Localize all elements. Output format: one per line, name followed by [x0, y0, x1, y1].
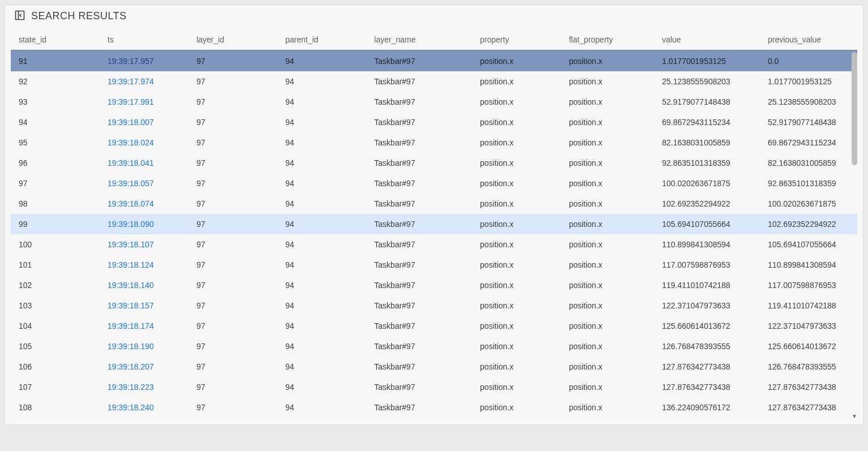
table-row[interactable]: 10319:39:18.1579794Taskbar#97position.xp… [11, 295, 857, 316]
cell-layer_id: 97 [188, 255, 277, 275]
ts-link[interactable]: 19:39:18.107 [108, 240, 154, 249]
table-row[interactable]: 9519:39:18.0249794Taskbar#97position.xpo… [11, 132, 857, 153]
cell-property: position.x [472, 316, 561, 336]
cell-state_id: 94 [11, 112, 100, 132]
cell-previous_value: 127.876342773438 [760, 377, 857, 397]
cell-layer_name: Taskbar#97 [366, 50, 472, 71]
cell-layer_name: Taskbar#97 [366, 356, 472, 377]
cell-flat_property: position.x [561, 153, 654, 173]
cell-previous_value: 105.694107055664 [760, 234, 857, 255]
cell-layer_id: 97 [188, 214, 277, 234]
col-parent_id[interactable]: parent_id [277, 29, 366, 50]
col-flat_property[interactable]: flat_property [561, 29, 654, 50]
scrollbar-thumb[interactable] [852, 52, 857, 165]
cell-flat_property: position.x [561, 336, 654, 356]
table-row[interactable]: 10419:39:18.1749794Taskbar#97position.xp… [11, 316, 857, 336]
ts-link[interactable]: 19:39:17.957 [108, 57, 154, 66]
cell-parent_id: 94 [277, 255, 366, 275]
ts-link[interactable]: 19:39:18.157 [108, 301, 154, 310]
cell-value: 122.371047973633 [654, 295, 760, 316]
cell-flat_property: position.x [561, 356, 654, 377]
col-previous_value[interactable]: previous_value [760, 29, 857, 50]
ts-link[interactable]: 19:39:18.240 [108, 403, 154, 412]
scrollbar-down-arrow[interactable]: ▼ [850, 412, 858, 420]
ts-link[interactable]: 19:39:17.991 [108, 97, 154, 106]
table-row[interactable]: 10719:39:18.2239794Taskbar#97position.xp… [11, 377, 857, 397]
cell-layer_id: 97 [188, 336, 277, 356]
table-row[interactable]: 10019:39:18.1079794Taskbar#97position.xp… [11, 234, 857, 255]
table-row[interactable]: 9619:39:18.0419794Taskbar#97position.xpo… [11, 153, 857, 173]
cell-parent_id: 94 [277, 295, 366, 316]
cell-flat_property: position.x [561, 112, 654, 132]
table-row[interactable]: 9319:39:17.9919794Taskbar#97position.xpo… [11, 92, 857, 112]
col-state_id[interactable]: state_id [11, 29, 100, 50]
table-row[interactable]: 9719:39:18.0579794Taskbar#97position.xpo… [11, 173, 857, 194]
table-row[interactable]: 9819:39:18.0749794Taskbar#97position.xpo… [11, 194, 857, 214]
cell-state_id: 100 [11, 234, 100, 255]
table-row[interactable]: 9419:39:18.0079794Taskbar#97position.xpo… [11, 112, 857, 132]
cell-ts: 19:39:18.140 [100, 275, 188, 295]
cell-flat_property: position.x [561, 92, 654, 112]
ts-link[interactable]: 19:39:18.190 [108, 342, 154, 351]
ts-link[interactable]: 19:39:18.041 [108, 158, 154, 167]
ts-link[interactable]: 19:39:18.074 [108, 199, 154, 208]
ts-link[interactable]: 19:39:18.223 [108, 383, 154, 392]
cell-parent_id: 94 [277, 112, 366, 132]
table-row[interactable]: 10619:39:18.2079794Taskbar#97position.xp… [11, 356, 857, 377]
cell-property: position.x [472, 92, 561, 112]
table-row[interactable]: 9119:39:17.9579794Taskbar#97position.xpo… [11, 50, 857, 71]
cell-layer_id: 97 [188, 275, 277, 295]
cell-property: position.x [472, 377, 561, 397]
table-row[interactable]: 9219:39:17.9749794Taskbar#97position.xpo… [11, 71, 857, 92]
cell-flat_property: position.x [561, 194, 654, 214]
ts-link[interactable]: 19:39:18.207 [108, 362, 154, 371]
ts-link[interactable]: 19:39:18.024 [108, 138, 154, 147]
ts-link[interactable]: 19:39:18.007 [108, 118, 154, 127]
ts-link[interactable]: 19:39:17.974 [108, 77, 154, 86]
cell-ts: 19:39:18.041 [100, 153, 188, 173]
ts-link[interactable]: 19:39:18.174 [108, 321, 154, 330]
cell-parent_id: 94 [277, 275, 366, 295]
cell-property: position.x [472, 50, 561, 71]
ts-link[interactable]: 19:39:18.090 [108, 220, 154, 229]
table-row[interactable]: 10119:39:18.1249794Taskbar#97position.xp… [11, 255, 857, 275]
ts-link[interactable]: 19:39:18.124 [108, 260, 154, 269]
cell-state_id: 95 [11, 132, 100, 153]
cell-property: position.x [472, 153, 561, 173]
cell-layer_name: Taskbar#97 [366, 397, 472, 418]
col-layer_id[interactable]: layer_id [188, 29, 277, 50]
cell-flat_property: position.x [561, 234, 654, 255]
table-row[interactable]: 10519:39:18.1909794Taskbar#97position.xp… [11, 336, 857, 356]
cell-ts: 19:39:18.240 [100, 397, 188, 418]
cell-parent_id: 94 [277, 173, 366, 194]
col-ts[interactable]: ts [100, 29, 188, 50]
cell-layer_name: Taskbar#97 [366, 336, 472, 356]
cell-value: 126.768478393555 [654, 336, 760, 356]
cell-previous_value: 1.0177001953125 [760, 71, 857, 92]
cell-layer_name: Taskbar#97 [366, 377, 472, 397]
table-row[interactable]: 9919:39:18.0909794Taskbar#97position.xpo… [11, 214, 857, 234]
cell-layer_id: 97 [188, 356, 277, 377]
cell-previous_value: 117.007598876953 [760, 275, 857, 295]
col-property[interactable]: property [472, 29, 561, 50]
cell-parent_id: 94 [277, 377, 366, 397]
cell-layer_name: Taskbar#97 [366, 194, 472, 214]
col-value[interactable]: value [654, 29, 760, 50]
col-layer_name[interactable]: layer_name [366, 29, 472, 50]
cell-ts: 19:39:17.991 [100, 92, 188, 112]
table-row[interactable]: 10819:39:18.2409794Taskbar#97position.xp… [11, 397, 857, 418]
cell-layer_id: 97 [188, 132, 277, 153]
cell-ts: 19:39:18.007 [100, 112, 188, 132]
cell-value: 117.007598876953 [654, 255, 760, 275]
cell-layer_name: Taskbar#97 [366, 316, 472, 336]
cell-value: 82.1638031005859 [654, 132, 760, 153]
scrollbar-track[interactable]: ▼ [850, 52, 858, 418]
cell-parent_id: 94 [277, 71, 366, 92]
cell-previous_value: 100.020263671875 [760, 194, 857, 214]
cell-parent_id: 94 [277, 336, 366, 356]
ts-link[interactable]: 19:39:18.057 [108, 179, 154, 188]
cell-state_id: 99 [11, 214, 100, 234]
cell-previous_value: 82.1638031005859 [760, 153, 857, 173]
table-row[interactable]: 10219:39:18.1409794Taskbar#97position.xp… [11, 275, 857, 295]
ts-link[interactable]: 19:39:18.140 [108, 281, 154, 290]
